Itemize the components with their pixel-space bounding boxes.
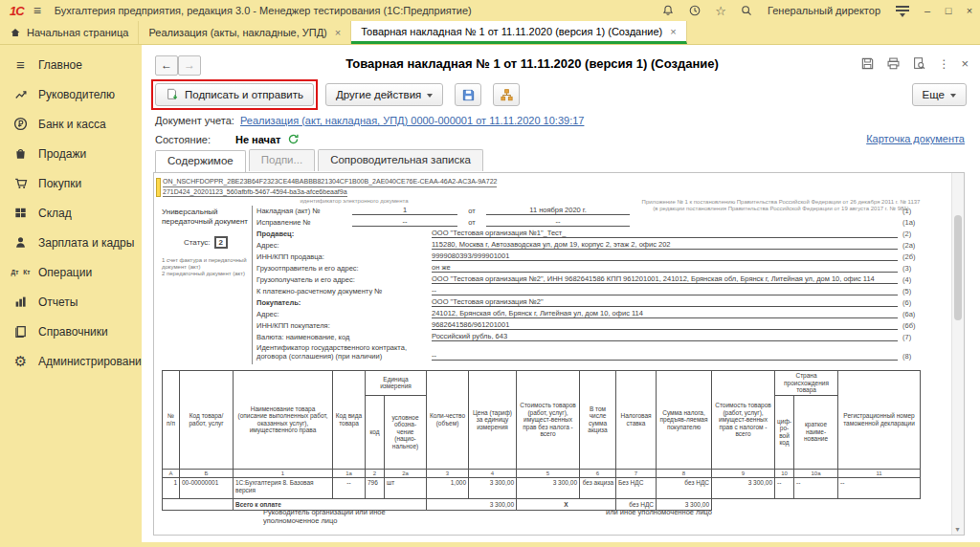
- sidebar-item-operations[interactable]: Дт Кт Операции: [0, 257, 142, 287]
- cart-icon: [12, 176, 29, 191]
- sign-and-send-button[interactable]: Подписать и отправить: [155, 83, 314, 106]
- doc-type-label: Универсальный передаточный документ: [162, 208, 250, 227]
- highlight-marker: [156, 178, 161, 197]
- sidebar-item-sales[interactable]: Продажи: [0, 139, 142, 168]
- dt-kt-icon: Дт Кт: [12, 265, 29, 280]
- sidebar-item-salary[interactable]: Зарплата и кадры: [0, 228, 142, 257]
- toolbar: Подписать и отправить Другие действия: [155, 83, 520, 106]
- sidebar-item-directories[interactable]: Справочники: [0, 317, 142, 346]
- boxes-grid-icon: [12, 206, 29, 221]
- dropdown-caret-icon: [950, 94, 956, 100]
- vertical-scrollbar[interactable]: ▼: [951, 173, 964, 535]
- account-document-label: Документ учета:: [155, 115, 234, 126]
- sidebar-item-purchases[interactable]: Покупки: [0, 168, 142, 198]
- tab-invoice-active[interactable]: Товарная накладная № 1 от 11.11.2020 (ве…: [351, 21, 686, 44]
- search-icon[interactable]: [740, 4, 753, 17]
- window-title-bar: 1С ≡ Бухгалтерия предприятия, редакция 3…: [0, 0, 980, 21]
- page-title: Товарная накладная № 1 от 11.11.2020 (ве…: [228, 56, 836, 71]
- list-icon: ≡: [12, 57, 29, 73]
- service-menu-icon[interactable]: [896, 5, 909, 16]
- sidebar-item-reports[interactable]: Отчеты: [0, 287, 142, 317]
- org-structure-icon: [500, 88, 514, 102]
- field-consignee: Грузополучатель и его адрес:ООО "Тестова…: [256, 274, 926, 284]
- tab-signatures[interactable]: Подпи...: [249, 149, 315, 171]
- sidebar-item-manager[interactable]: Руководителю: [0, 79, 142, 109]
- invoice-number-row: Накладная (акт) № 1 от 11 ноября 2020 г.…: [256, 206, 926, 215]
- signature-left: Руководитель организации или иное уполно…: [263, 508, 407, 525]
- favorites-star-icon[interactable]: ☆: [715, 5, 726, 17]
- sidebar-item-bank[interactable]: Банк и касса: [0, 109, 142, 139]
- sidebar-item-main[interactable]: ≡ Главное: [0, 50, 142, 79]
- home-icon: [10, 27, 21, 38]
- more-button[interactable]: Еще: [912, 83, 967, 106]
- forward-button[interactable]: →: [178, 55, 201, 76]
- upd-items-table: № п/п Код товара/ работ, услуг Наименова…: [162, 370, 921, 511]
- ruble-circle-icon: [12, 117, 29, 132]
- back-button[interactable]: ←: [155, 55, 178, 76]
- save-button[interactable]: [455, 83, 481, 106]
- status-row: Статус: 2: [162, 236, 250, 249]
- field-gov-contract: Идентификатор государственного контракта…: [256, 343, 926, 361]
- other-actions-button[interactable]: Другие действия: [325, 83, 443, 106]
- preview-icon[interactable]: [912, 56, 926, 71]
- table-data-row: 1 00-00000001 1С:Бухгалтерия 8. Базовая …: [163, 477, 921, 498]
- tab-realization[interactable]: Реализация (акты, накладные, УПД) ×: [139, 21, 351, 44]
- dropdown-caret-icon: [427, 94, 433, 100]
- notifications-bell-icon[interactable]: [661, 4, 675, 17]
- account-document-row: Документ учета: Реализация (акт, накладн…: [155, 115, 584, 126]
- maximize-button[interactable]: □: [938, 5, 959, 16]
- upd-printed-form: ON_NSCHFDOPPR_2BE23B64F2323CE44BABBB8213…: [154, 173, 952, 535]
- state-value: Не начат: [235, 134, 281, 145]
- document-preview-panel: ON_NSCHFDOPPR_2BE23B64F2323CE44BABBB8213…: [153, 172, 965, 536]
- field-seller: Продавец:ООО "Тестовая организация №1"_Т…: [256, 229, 926, 238]
- minimize-button[interactable]: –: [917, 5, 938, 16]
- scrollbar-thumb[interactable]: [954, 215, 962, 320]
- close-form-icon[interactable]: ×: [961, 56, 969, 71]
- current-user-label[interactable]: Генеральный директор: [768, 5, 880, 16]
- scroll-down-arrow-icon[interactable]: ▼: [954, 526, 961, 533]
- upd-header-fields: Накладная (акт) № 1 от 11 ноября 2020 г.…: [256, 206, 926, 362]
- main-area: ← → Товарная накладная № 1 от 11.11.2020…: [142, 45, 980, 542]
- form-tabs: Содержимое Подпи... Сопроводительная зап…: [155, 149, 486, 171]
- document-card-link[interactable]: Карточка документа: [866, 133, 965, 144]
- sign-document-icon: [166, 88, 179, 101]
- window-title: Бухгалтерия предприятия, редакция 3.0 - …: [55, 5, 472, 16]
- account-document-link[interactable]: Реализация (акт, накладная, УПД) 0000-00…: [240, 115, 585, 126]
- field-shipper: Грузоотправитель и его адрес:он же(3): [256, 263, 926, 273]
- field-seller-address: Адрес:115280, Москва г, Автозаводская ул…: [256, 240, 926, 250]
- signature-right: или иное уполномоченное лицо: [606, 508, 721, 516]
- refresh-icon[interactable]: [287, 133, 300, 145]
- tab-cover-note[interactable]: Сопроводительная записка: [318, 149, 483, 171]
- field-seller-inn: ИНН/КПП продавца:9999080393/999901001(2б…: [256, 252, 926, 261]
- close-tab-icon[interactable]: ×: [670, 26, 676, 37]
- gear-icon: ⚙: [12, 354, 29, 369]
- sidebar-item-warehouse[interactable]: Склад: [0, 198, 142, 228]
- open-windows-tab-bar: Начальная страница Реализация (акты, нак…: [0, 21, 980, 45]
- status-value: 2: [214, 236, 228, 249]
- structure-button[interactable]: [493, 83, 520, 106]
- table-header-row: № п/п Код товара/ работ, услуг Наименова…: [163, 371, 921, 396]
- bag-icon: [12, 146, 29, 162]
- sidebar-item-administration[interactable]: ⚙ Администрирование: [0, 346, 142, 376]
- bar-chart-icon: [12, 295, 29, 310]
- doc-type-column: Универсальный передаточный документ Стат…: [162, 208, 250, 277]
- id-caption: идентификатор электронного документа: [163, 198, 546, 204]
- kebab-menu-icon[interactable]: ⋮: [938, 57, 949, 71]
- state-label: Состояние:: [155, 134, 230, 145]
- close-tab-icon[interactable]: ×: [335, 27, 341, 38]
- table-letters-row: АБ 11а 22а 34 56 78 910 10а11: [163, 469, 921, 477]
- history-clock-icon[interactable]: [688, 4, 702, 17]
- field-buyer-inn: ИНН/КПП покупателя:9682641586/961201001(…: [256, 320, 926, 330]
- tab-home[interactable]: Начальная страница: [0, 21, 139, 44]
- print-icon[interactable]: [886, 56, 901, 71]
- floppy-icon: [461, 88, 476, 102]
- field-currency: Валюта: наименование, кодРоссийский рубл…: [256, 332, 926, 341]
- tab-content[interactable]: Содержимое: [155, 150, 246, 172]
- close-window-button[interactable]: ×: [959, 5, 980, 16]
- main-menu-icon[interactable]: ≡: [33, 3, 41, 18]
- book-icon: [12, 324, 29, 339]
- form-header-icons: ⋮ ×: [860, 56, 969, 71]
- sidebar: ≡ Главное Руководителю Банк и касса Прод…: [0, 45, 142, 547]
- save-icon[interactable]: [860, 56, 875, 71]
- state-row: Состояние: Не начат: [155, 133, 300, 145]
